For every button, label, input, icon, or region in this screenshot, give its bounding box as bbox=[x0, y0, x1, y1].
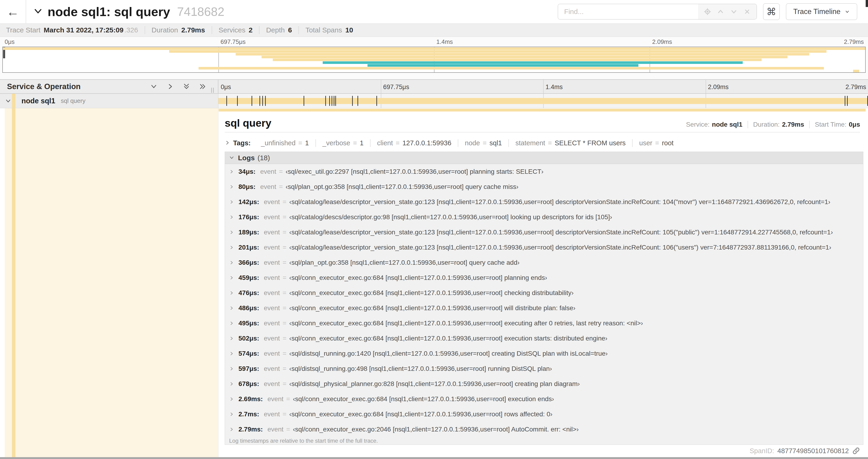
log-row[interactable]: 459μs:event=‹sql/conn_executor_exec.go:6… bbox=[225, 270, 863, 285]
log-field-key: event bbox=[268, 395, 283, 403]
log-expand-chevron-icon[interactable] bbox=[229, 215, 239, 220]
timeline-minimap[interactable] bbox=[2, 47, 866, 73]
span-id-row: SpanID: 4877749850101760812 bbox=[750, 447, 860, 455]
log-expand-chevron-icon[interactable] bbox=[229, 382, 239, 386]
log-row[interactable]: 2.79ms:event=‹sql/conn_executor_exec.go:… bbox=[225, 422, 863, 437]
log-field-key: event bbox=[260, 168, 276, 175]
span-operation-name: sql query bbox=[61, 97, 86, 104]
tag-item: client=127.0.0.1:59936 bbox=[371, 139, 458, 147]
log-row[interactable]: 176μs:event=‹sql/catalog/descs/descripto… bbox=[225, 209, 863, 225]
log-expand-chevron-icon[interactable] bbox=[229, 366, 239, 371]
clear-find-icon[interactable] bbox=[743, 8, 751, 15]
log-row[interactable]: 80μs:event=‹sql/plan_opt.go:358 [nsql1,c… bbox=[225, 179, 863, 194]
tag-value: 127.0.0.1:59936 bbox=[403, 139, 452, 147]
log-row[interactable]: 142μs:event=‹sql/catalog/lease/descripto… bbox=[225, 194, 863, 209]
span-id-label: SpanID: bbox=[750, 447, 774, 455]
log-equals: = bbox=[286, 426, 290, 433]
minimap-span-bar bbox=[236, 53, 809, 56]
log-row[interactable]: 597μs:event=‹sql/distsql_running.go:498 … bbox=[225, 361, 863, 376]
logs-count: (18) bbox=[257, 154, 270, 162]
log-row[interactable]: 34μs:event=‹sql/exec_util.go:2297 [nsql1… bbox=[225, 164, 863, 179]
log-field-value: ‹sql/catalog/lease/descriptor_version_st… bbox=[289, 198, 831, 206]
prev-result-icon[interactable] bbox=[717, 8, 724, 15]
back-arrow-icon: ← bbox=[6, 4, 19, 19]
minimap-axis-labels: 0μs697.75μs1.4ms2.09ms2.79ms bbox=[2, 38, 866, 46]
timeline-gridline bbox=[706, 80, 706, 93]
log-field-key: event bbox=[264, 350, 280, 357]
log-expand-chevron-icon[interactable] bbox=[229, 321, 239, 326]
log-expand-chevron-icon[interactable] bbox=[229, 291, 239, 295]
title-collapse-chevron-icon[interactable] bbox=[33, 6, 43, 17]
log-row[interactable]: 201μs:event=‹sql/catalog/lease/descripto… bbox=[225, 240, 863, 255]
log-row[interactable]: 2.7ms:event=‹sql/conn_executor_exec.go:6… bbox=[225, 406, 863, 422]
log-marker-tick bbox=[237, 96, 238, 106]
scrollbar-thumb[interactable] bbox=[866, 0, 868, 7]
tags-row[interactable]: Tags: _unfinished=1_verbose=1client=127.… bbox=[225, 136, 860, 150]
logs-collapse-chevron-icon[interactable] bbox=[229, 154, 234, 162]
log-equals: = bbox=[283, 229, 286, 236]
span-row[interactable]: node sql1 sql query bbox=[0, 94, 868, 108]
find-input[interactable] bbox=[558, 4, 698, 19]
span-row-name-cell[interactable]: node sql1 sql query bbox=[0, 94, 218, 108]
log-field-key: event bbox=[264, 259, 280, 266]
logs-header[interactable]: Logs (18) bbox=[225, 152, 863, 164]
tag-key: statement bbox=[516, 139, 545, 147]
log-expand-chevron-icon[interactable] bbox=[229, 245, 239, 250]
log-row[interactable]: 2.69ms:event=‹sql/conn_executor_exec.go:… bbox=[225, 391, 863, 406]
log-expand-chevron-icon[interactable] bbox=[229, 336, 239, 341]
log-expand-chevron-icon[interactable] bbox=[229, 427, 239, 432]
tag-value: root bbox=[662, 139, 674, 147]
log-marker-tick bbox=[259, 96, 260, 106]
log-row[interactable]: 366μs:event=‹sql/plan_opt.go:358 [nsql1,… bbox=[225, 255, 863, 270]
top-bar: ← node sql1: sql query 7418682 bbox=[0, 0, 868, 23]
tag-equals: = bbox=[548, 139, 552, 147]
log-expand-chevron-icon[interactable] bbox=[229, 306, 239, 310]
minimap-span-bar bbox=[853, 70, 859, 72]
expand-all-icon[interactable] bbox=[199, 83, 206, 90]
log-row[interactable]: 189μs:event=‹sql/catalog/lease/descripto… bbox=[225, 225, 863, 240]
log-expand-chevron-icon[interactable] bbox=[229, 185, 239, 189]
log-expand-chevron-icon[interactable] bbox=[229, 200, 239, 204]
bottom-edge bbox=[0, 457, 868, 459]
back-button[interactable]: ← bbox=[0, 0, 26, 23]
log-expand-chevron-icon[interactable] bbox=[229, 351, 239, 356]
detail-meta-value: 0μs bbox=[849, 121, 860, 128]
log-field-value: ‹sql/catalog/descs/descriptor.go:98 [nsq… bbox=[289, 214, 612, 221]
expand-one-icon[interactable] bbox=[166, 83, 174, 90]
locate-icon[interactable] bbox=[704, 8, 711, 15]
view-selector-button[interactable]: Trace Timeline bbox=[786, 3, 857, 20]
axis-tick-label: 0μs bbox=[221, 84, 231, 91]
summary-item-value: 10 bbox=[345, 26, 353, 34]
collapse-all-icon[interactable] bbox=[183, 83, 190, 90]
log-row[interactable]: 502μs:event=‹sql/conn_executor_exec.go:6… bbox=[225, 331, 863, 346]
collapse-one-icon[interactable] bbox=[150, 83, 157, 90]
minimap-span-bar bbox=[273, 59, 762, 61]
log-expand-chevron-icon[interactable] bbox=[229, 230, 239, 235]
span-duration-bar[interactable] bbox=[218, 98, 868, 104]
log-equals: = bbox=[283, 304, 286, 312]
log-marker-tick bbox=[226, 96, 227, 106]
span-row-timeline-cell[interactable] bbox=[218, 94, 868, 108]
span-detail-area: sql query Service:node sql1Duration:2.79… bbox=[0, 108, 868, 457]
log-expand-chevron-icon[interactable] bbox=[229, 397, 239, 401]
log-row[interactable]: 486μs:event=‹sql/conn_executor_exec.go:6… bbox=[225, 300, 863, 316]
log-row[interactable]: 574μs:event=‹sql/distsql_running.go:1420… bbox=[225, 346, 863, 361]
expanded-row-left-column bbox=[5, 108, 218, 457]
keyboard-shortcuts-button[interactable]: ⌘ bbox=[763, 3, 780, 20]
tag-equals: = bbox=[655, 139, 659, 147]
next-result-icon[interactable] bbox=[730, 8, 738, 15]
log-expand-chevron-icon[interactable] bbox=[229, 412, 239, 417]
log-timestamp: 366μs: bbox=[239, 259, 259, 266]
log-row[interactable]: 678μs:event=‹sql/distsql_physical_planne… bbox=[225, 376, 863, 391]
span-collapse-chevron-icon[interactable] bbox=[5, 98, 11, 104]
log-field-value: ‹sql/exec_util.go:2297 [nsql1,client=127… bbox=[286, 168, 544, 175]
log-expand-chevron-icon[interactable] bbox=[229, 169, 239, 174]
minimap-span-bar bbox=[198, 67, 824, 69]
log-expand-chevron-icon[interactable] bbox=[229, 260, 239, 265]
log-row[interactable]: 476μs:event=‹sql/conn_executor_exec.go:6… bbox=[225, 285, 863, 300]
tags-expand-chevron-icon[interactable] bbox=[225, 139, 230, 147]
log-expand-chevron-icon[interactable] bbox=[229, 275, 239, 280]
deep-link-icon[interactable] bbox=[852, 447, 860, 455]
log-row[interactable]: 495μs:event=‹sql/conn_executor_exec.go:6… bbox=[225, 316, 863, 331]
column-resize-handle[interactable] bbox=[211, 88, 214, 93]
